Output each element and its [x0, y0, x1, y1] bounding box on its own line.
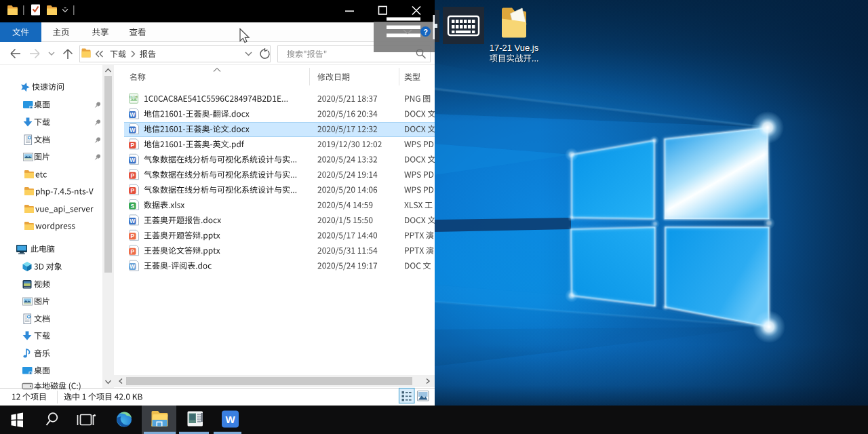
svg-text:PNG: PNG [130, 96, 137, 99]
svg-text:S: S [130, 203, 134, 210]
svg-text:W: W [130, 218, 136, 224]
svg-text:W: W [130, 111, 136, 118]
svg-text:P: P [130, 248, 134, 255]
svg-text:W: W [130, 263, 136, 270]
svg-text:P: P [130, 187, 134, 194]
svg-text:W: W [130, 127, 136, 134]
svg-text:P: P [130, 233, 134, 239]
svg-text:P: P [130, 142, 134, 149]
svg-text:?: ? [423, 28, 428, 36]
svg-text:17-21 Vue.js: 17-21 Vue.js [490, 43, 539, 53]
svg-text:P: P [130, 172, 134, 179]
svg-text:W: W [130, 157, 136, 163]
svg-text:W: W [225, 414, 235, 425]
